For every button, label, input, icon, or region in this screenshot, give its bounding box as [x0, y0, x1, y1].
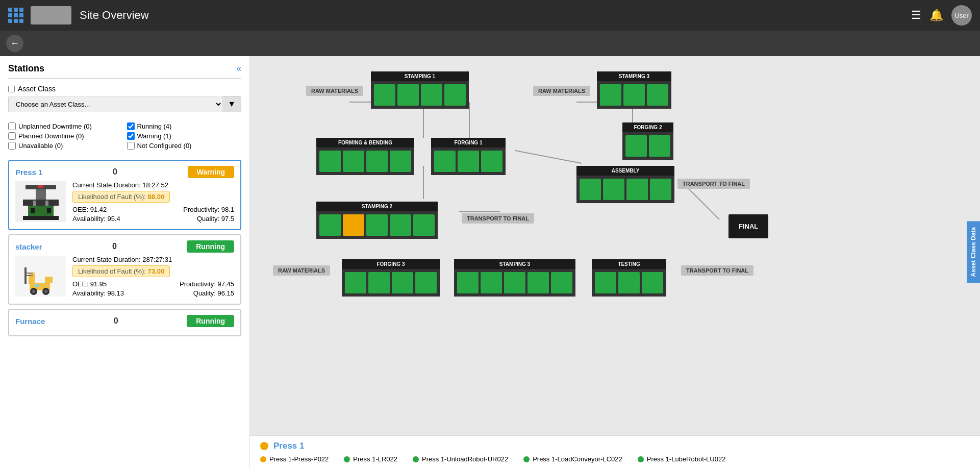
- sub-label-3: Press 1-LoadConveyor-LC022: [533, 455, 622, 463]
- cell[interactable]: [580, 179, 601, 200]
- fault-badge-stacker: Likelihood of Fault (%): 73.00: [72, 265, 170, 277]
- sub-item-0[interactable]: Press 1-Press-P022: [260, 455, 329, 463]
- filter-running-checkbox[interactable]: [127, 122, 135, 130]
- cell[interactable]: [392, 272, 413, 293]
- station-count-press1: 0: [113, 167, 117, 177]
- cell[interactable]: [397, 84, 419, 106]
- filter-not-configured-checkbox[interactable]: [127, 142, 135, 150]
- station-name-furnace[interactable]: Furnace: [15, 317, 45, 326]
- filter-unplanned-checkbox[interactable]: [8, 122, 16, 130]
- cell[interactable]: [415, 272, 437, 293]
- collapse-button[interactable]: «: [236, 63, 241, 74]
- filter-not-configured[interactable]: Not Configured (0): [127, 142, 242, 150]
- cell[interactable]: [374, 84, 395, 106]
- cell[interactable]: [504, 272, 525, 293]
- node-forging2[interactable]: FORGING 2: [622, 122, 673, 160]
- node-forging3[interactable]: FORGING 3: [342, 259, 440, 297]
- sub-item-1[interactable]: Press 1-LR022: [344, 455, 397, 463]
- sub-item-2[interactable]: Press 1-UnloadRobot-UR022: [413, 455, 508, 463]
- station-body-press1: Current State Duration: 18:27:52 Likelih…: [15, 181, 234, 224]
- node-stamping3-top[interactable]: STAMPING 3: [597, 71, 671, 109]
- node-assembly[interactable]: ASSEMBLY: [576, 166, 674, 203]
- filter-unplanned[interactable]: Unplanned Downtime (0): [8, 122, 123, 130]
- cell[interactable]: [481, 151, 502, 172]
- cell[interactable]: [623, 84, 645, 106]
- cell[interactable]: [625, 135, 647, 157]
- bottom-panel-link[interactable]: Press 1: [273, 441, 305, 451]
- node-title-stamping2: STAMPING 2: [316, 202, 438, 211]
- cell[interactable]: [603, 179, 624, 200]
- cell[interactable]: [345, 272, 366, 293]
- station-card-furnace: Furnace 0 Running: [8, 309, 241, 336]
- station-name-stacker[interactable]: stacker: [15, 242, 42, 251]
- cell[interactable]: [527, 272, 549, 293]
- node-stamping2[interactable]: STAMPING 2: [316, 202, 438, 239]
- node-stamping3-bot[interactable]: STAMPING 3: [454, 259, 575, 297]
- node-stamping1[interactable]: STAMPING 1: [371, 71, 469, 109]
- back-button[interactable]: ←: [6, 35, 23, 52]
- cell[interactable]: [319, 214, 341, 236]
- dropdown-arrow-button[interactable]: ▼: [222, 96, 241, 112]
- cell[interactable]: [368, 272, 390, 293]
- user-avatar[interactable]: User: [951, 5, 972, 26]
- sub-item-3[interactable]: Press 1-LoadConveyor-LC022: [523, 455, 622, 463]
- menu-icon[interactable]: ☰: [911, 9, 921, 22]
- cell[interactable]: [458, 151, 479, 172]
- cell[interactable]: [366, 151, 388, 172]
- cell[interactable]: [444, 84, 466, 106]
- asset-class-dropdown[interactable]: Choose an Asset Class...: [9, 97, 222, 112]
- node-testing[interactable]: TESTING: [592, 259, 666, 297]
- filter-planned[interactable]: Planned Downtime (0): [8, 132, 123, 140]
- second-bar: ←: [0, 31, 980, 56]
- svg-rect-1: [36, 189, 46, 200]
- cell[interactable]: [600, 84, 621, 106]
- filter-running[interactable]: Running (4): [127, 122, 242, 130]
- cell[interactable]: [366, 214, 388, 236]
- filter-unavailable-checkbox[interactable]: [8, 142, 16, 150]
- cell-warning[interactable]: [343, 214, 364, 236]
- cell[interactable]: [457, 272, 479, 293]
- cell[interactable]: [618, 272, 640, 293]
- filter-warning[interactable]: Warning (1): [127, 132, 242, 140]
- cell[interactable]: [647, 84, 668, 106]
- cell[interactable]: [551, 272, 572, 293]
- sub-item-4[interactable]: Press 1-LubeRobot-LU022: [638, 455, 726, 463]
- cell[interactable]: [481, 272, 502, 293]
- cell[interactable]: [595, 272, 616, 293]
- cell[interactable]: [343, 151, 364, 172]
- factory-map[interactable]: STAMPING 1 RAW MATERIALS STAMPING 3: [250, 56, 980, 468]
- cell[interactable]: [413, 214, 435, 236]
- cell[interactable]: [650, 179, 671, 200]
- svg-point-17: [32, 290, 35, 293]
- filter-unavailable[interactable]: Unavailable (0): [8, 142, 123, 150]
- station-image-press1: [15, 181, 66, 222]
- node-final[interactable]: FINAL: [728, 214, 768, 238]
- bottom-panel-title: Press 1: [260, 441, 970, 451]
- station-name-press1[interactable]: Press 1: [15, 168, 42, 177]
- asset-class-select[interactable]: Choose an Asset Class... ▼: [8, 96, 241, 112]
- node-forming-bending[interactable]: FORMING & BENDING: [316, 138, 414, 175]
- cell[interactable]: [649, 135, 670, 157]
- cell[interactable]: [434, 151, 456, 172]
- asset-class-label: Asset Class: [8, 85, 241, 93]
- asset-class-checkbox[interactable]: [8, 86, 15, 92]
- grid-icon[interactable]: [8, 8, 23, 23]
- cell[interactable]: [319, 151, 341, 172]
- node-cells-stamping1: [371, 81, 469, 109]
- cell[interactable]: [421, 84, 442, 106]
- main-layout: Stations « Asset Class Choose an Asset C…: [0, 56, 980, 468]
- cell[interactable]: [390, 151, 411, 172]
- node-title-testing: TESTING: [592, 259, 666, 269]
- cell[interactable]: [390, 214, 411, 236]
- filter-planned-checkbox[interactable]: [8, 132, 16, 140]
- bottom-panel: Press 1 Press 1-Press-P022 Press 1-LR022…: [250, 435, 980, 468]
- top-nav-right: ☰ 🔔 User: [911, 5, 972, 26]
- cell[interactable]: [626, 179, 648, 200]
- notification-icon[interactable]: 🔔: [929, 9, 943, 22]
- svg-rect-13: [24, 267, 27, 284]
- filter-warning-checkbox[interactable]: [127, 132, 135, 140]
- node-forging1[interactable]: FORGING 1: [431, 138, 506, 175]
- asset-class-data-tab[interactable]: Asset Class Data: [967, 221, 980, 283]
- sub-dot-3: [523, 456, 530, 462]
- cell[interactable]: [642, 272, 663, 293]
